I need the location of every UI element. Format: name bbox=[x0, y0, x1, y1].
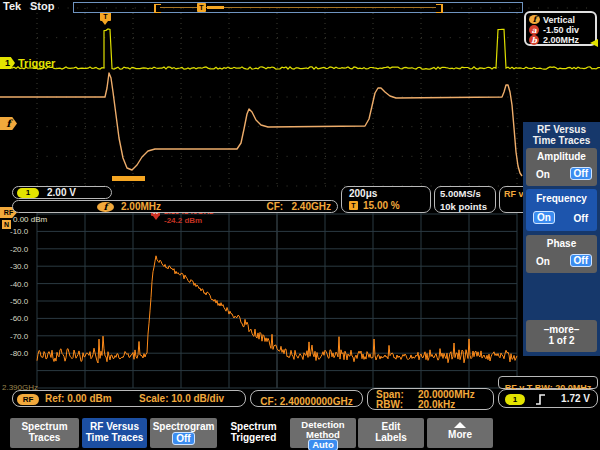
amplitude-on-option[interactable]: On bbox=[536, 169, 550, 180]
spectrum-db-label: -40.0 bbox=[10, 280, 28, 289]
trigger-level-value: 1.72 V bbox=[561, 393, 590, 405]
frequency-on-option[interactable]: On bbox=[533, 211, 555, 224]
spectrum-db-label: -80.0 bbox=[10, 349, 28, 358]
frequency-off-option[interactable]: Off bbox=[574, 213, 588, 224]
record-spectrum-time-icon bbox=[207, 6, 224, 9]
rbw-label: RBW: bbox=[376, 399, 403, 411]
record-trigger-t-icon: T bbox=[197, 3, 206, 12]
ch1-scale-readout: 1 2.00 V bbox=[12, 186, 112, 199]
timebase-value: 200μs bbox=[349, 188, 377, 200]
frequency-trace-icon: f bbox=[97, 202, 114, 212]
spectrum-db-label: -20.0 bbox=[10, 245, 28, 254]
rbw-value: 20.0kHz bbox=[418, 399, 455, 411]
center-frequency-readout: CF: 2.40000000GHz bbox=[250, 390, 363, 407]
trigger-position-tail-icon bbox=[102, 21, 108, 25]
side-button-amplitude[interactable]: Amplitude On Off bbox=[526, 148, 597, 186]
frequency-label: Frequency bbox=[526, 189, 597, 204]
trigger-readout: 1 1.72 V bbox=[498, 389, 598, 408]
acquisition-status: Stop bbox=[30, 0, 54, 12]
center-frequency-value: CF: 2.40000000GHz bbox=[260, 396, 352, 407]
trigger-position-value: 15.00 % bbox=[363, 200, 400, 212]
cf-short-value: CF: 2.40GHz bbox=[267, 201, 331, 213]
frequency-trace-icon: f bbox=[529, 15, 540, 24]
trigger-position-marker[interactable]: T bbox=[100, 12, 111, 21]
spectrum-db-label: -60.0 bbox=[10, 314, 28, 323]
trigger-level-arrow-icon[interactable] bbox=[590, 39, 598, 47]
trigger-source-badge: 1 bbox=[505, 394, 525, 405]
spectrum-time-bar bbox=[112, 176, 145, 181]
rf-scale-readout: f 2.00MHz CF: 2.40GHz bbox=[12, 200, 338, 213]
side-menu-panel: RF Versus Time Traces Amplitude On Off F… bbox=[523, 122, 600, 356]
knob-b-icon: b bbox=[529, 35, 539, 45]
rfvt-bandwidth-readout: RF v T BW: 20.0MHz bbox=[498, 376, 598, 389]
reference-marker-tail-icon bbox=[153, 216, 159, 220]
rf-clip-text: RF v bbox=[504, 189, 524, 199]
spectrum-trace-indicator: N bbox=[2, 220, 11, 229]
phase-off-option[interactable]: Off bbox=[570, 254, 592, 267]
scale-value: Scale: 10.0 dB/div bbox=[139, 393, 224, 405]
spectrum-db-label: -30.0 bbox=[10, 262, 28, 271]
oscilloscope-screen: Tek Stop T T 1 Trigger f RF N f Vertical… bbox=[0, 0, 600, 450]
ch1-scale-value: 2.00 V bbox=[47, 187, 76, 199]
side-panel-title-line2: Time Traces bbox=[523, 136, 600, 147]
amplitude-off-option[interactable]: Off bbox=[570, 167, 592, 180]
rf-scale-value: 2.00MHz bbox=[121, 201, 161, 213]
channel1-label: Trigger bbox=[18, 57, 55, 69]
knob-b-value: 2.00MHz bbox=[543, 35, 579, 45]
spectrum-db-label: -10.0 bbox=[10, 227, 28, 236]
side-panel-title-line1: RF Versus bbox=[523, 125, 600, 136]
spectrum-db-label: -70.0 bbox=[10, 332, 28, 341]
knob-a-icon: a bbox=[529, 25, 539, 35]
rf-badge: RF bbox=[17, 394, 39, 405]
phase-label: Phase bbox=[526, 235, 597, 249]
ref-level-value: Ref: 0.00 dBm bbox=[45, 393, 112, 405]
knob-a-value: -1.50 div bbox=[543, 25, 579, 35]
phase-on-option[interactable]: On bbox=[536, 256, 550, 267]
rising-edge-icon bbox=[535, 393, 547, 406]
record-length-value: 10k points bbox=[440, 201, 487, 212]
spectrum-ref-scale-readout: RF Ref: 0.00 dBm Scale: 10.0 dB/div bbox=[12, 390, 246, 407]
sample-rate-value: 5.00MS/s bbox=[440, 188, 481, 199]
timebase-readout: 200μs T 15.00 % bbox=[341, 186, 431, 213]
side-button-more[interactable]: –more– 1 of 2 bbox=[526, 320, 597, 352]
trigger-position-icon: T bbox=[349, 201, 358, 210]
more-label: –more– bbox=[526, 324, 597, 335]
tek-logo: Tek bbox=[3, 0, 21, 12]
spectrum-db-label: -50.0 bbox=[10, 297, 28, 306]
vertical-readout-box: f Vertical a -1.50 div b 2.00MHz bbox=[524, 11, 597, 46]
record-bracket-left-icon bbox=[154, 4, 161, 13]
side-button-phase[interactable]: Phase On Off bbox=[526, 235, 597, 273]
more-page: 1 of 2 bbox=[526, 335, 597, 346]
span-rbw-readout: Span: 20.0000MHz RBW: 20.0kHz bbox=[367, 388, 494, 410]
ch1-badge: 1 bbox=[17, 188, 39, 198]
vertical-title: Vertical bbox=[543, 15, 575, 25]
record-view-bar[interactable]: T bbox=[73, 2, 523, 13]
record-bracket-right-icon bbox=[436, 4, 443, 13]
side-button-frequency[interactable]: Frequency On Off bbox=[526, 189, 597, 231]
spectrum-ref-label: 0.00 dBm bbox=[13, 215, 47, 224]
amplitude-label: Amplitude bbox=[526, 148, 597, 162]
acquisition-readout: 5.00MS/s 10k points bbox=[434, 186, 496, 213]
marker-amplitude-value: -24.2 dBm bbox=[164, 216, 202, 225]
